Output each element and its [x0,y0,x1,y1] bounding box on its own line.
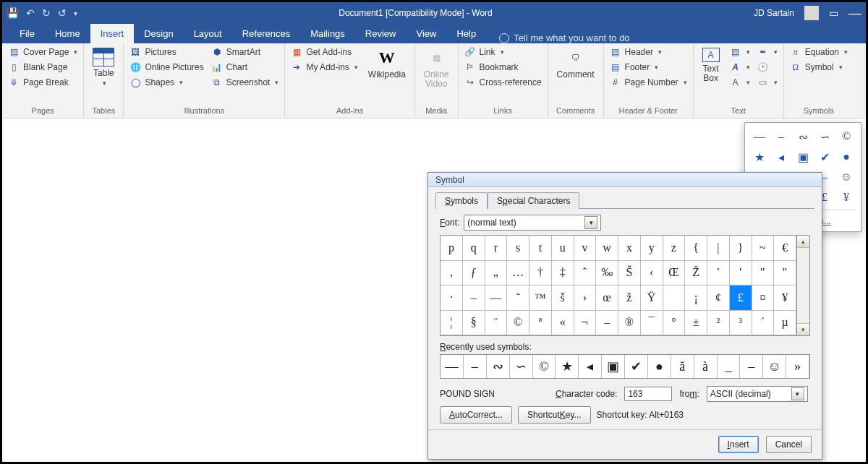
symbol-cell[interactable]: ¯ [641,311,663,336]
gallery-symbol[interactable]: ● [836,147,856,166]
cover-page-button[interactable]: ▤Cover Page▾ [8,46,77,58]
from-combo-dropdown-icon[interactable]: ▾ [791,387,804,400]
undo-icon[interactable]: ↶ [26,7,35,19]
gallery-symbol[interactable]: ▣ [793,147,813,166]
symbol-cell[interactable]: › [574,285,597,311]
tab-references[interactable]: References [232,24,300,43]
symbol-cell[interactable]: — [485,285,508,311]
footer-button[interactable]: ▤Footer▾ [610,61,687,73]
gallery-symbol[interactable]: — [749,127,770,146]
user-avatar-icon[interactable] [804,6,819,20]
symbol-cell[interactable]: ' [707,261,730,286]
gallery-symbol[interactable]: – [771,127,791,146]
symbol-cell[interactable]: … [507,261,529,286]
symbol-cell[interactable]: x [618,236,641,261]
symbol-cell[interactable]: ˆ [574,261,597,286]
symbol-cell[interactable]: ‰ [596,261,618,286]
symbol-cell[interactable]: s [507,236,529,261]
symbol-cell[interactable]: } [730,236,752,261]
symbol-cell[interactable]: ‹ [641,261,663,286]
recent-symbol[interactable]: ★ [556,355,579,378]
scroll-down-icon[interactable]: ▾ [797,323,809,335]
touch-mode-icon[interactable]: ↺ [58,7,67,19]
tab-layout[interactable]: Layout [184,24,232,43]
symbol-cell[interactable]: v [574,236,597,261]
scroll-up-icon[interactable]: ▴ [797,236,809,248]
symbol-cell[interactable]: ® [618,311,641,336]
table-button[interactable]: Table▾ [90,46,117,90]
tab-design[interactable]: Design [134,24,183,43]
symbol-cell[interactable]: ¦ [441,311,463,336]
symbol-cell[interactable]: y [641,236,663,261]
gallery-symbol[interactable]: ¥ [836,188,856,207]
symbol-cell[interactable]: © [507,311,529,336]
symbol-cell[interactable]: · [441,285,463,311]
tab-help[interactable]: Help [446,24,486,43]
symbol-cell[interactable]: Ÿ [641,285,663,311]
from-combo[interactable]: ASCII (decimal) ▾ [707,386,808,402]
cross-reference-button[interactable]: ↪Cross-reference [464,77,542,88]
symbol-cell[interactable]: Œ [663,261,686,286]
recent-symbol[interactable]: ∾ [487,355,510,378]
recent-symbol[interactable]: © [533,355,556,378]
text-box-button[interactable]: A Text Box [699,46,723,85]
drop-cap-button[interactable]: A▾ [730,77,750,88]
tab-special-characters[interactable]: Special Characters [488,192,579,209]
symbol-cell[interactable]: – [463,285,485,311]
symbol-cell[interactable]: ' [730,261,752,286]
comment-button[interactable]: 🗨 Comment [554,46,597,81]
recent-symbol[interactable]: à [694,355,718,378]
header-button[interactable]: ▤Header▾ [610,46,687,58]
get-addins-button[interactable]: ▦Get Add-ins [291,46,357,58]
symbol-cell[interactable]: ž [618,285,641,311]
autocorrect-button[interactable]: AutoCorrect... [440,406,512,424]
symbol-cell[interactable]: { [685,236,707,261]
symbol-cell[interactable]: Ž [685,261,707,286]
screenshot-button[interactable]: ⧉Screenshot▾ [211,77,279,88]
gallery-symbol[interactable]: ✔ [814,147,835,166]
recent-symbol[interactable]: » [786,355,809,378]
symbol-cell[interactable]: " [752,261,775,286]
symbol-cell[interactable]: ³ [730,311,752,336]
pictures-button[interactable]: 🖼Pictures [129,46,203,58]
tab-insert[interactable]: Insert [90,24,135,43]
symbol-cell[interactable]: t [529,236,552,261]
gallery-symbol[interactable]: ∽ [814,127,835,146]
symbol-grid-scrollbar[interactable]: ▴ ▾ [797,235,810,336]
save-icon[interactable]: 💾 [7,7,19,19]
char-code-input[interactable]: 163 [624,387,672,401]
symbol-cell[interactable]: ¥ [774,285,796,311]
symbol-cell[interactable]: q [463,236,485,261]
ribbon-options-icon[interactable]: ▭ [829,7,838,19]
recent-symbol[interactable]: – [464,355,487,378]
symbol-cell[interactable]: , [441,261,463,286]
recent-symbol[interactable]: _ [718,355,741,378]
symbol-cell[interactable]: ~ [752,236,775,261]
symbol-button[interactable]: ΩSymbol▾ [790,61,848,73]
recent-symbol[interactable]: ∽ [510,355,533,378]
equation-button[interactable]: πEquation▾ [790,46,848,58]
symbol-cell[interactable]: ¢ [707,285,730,311]
symbol-cell[interactable]: ‡ [552,261,574,286]
gallery-symbol[interactable]: ★ [749,147,770,166]
font-combo-dropdown-icon[interactable]: ▾ [584,216,597,229]
recent-symbol[interactable]: ◂ [579,355,602,378]
page-break-button[interactable]: ⤋Page Break [8,77,77,88]
my-addins-button[interactable]: ➜My Add-ins▾ [291,61,357,73]
chart-button[interactable]: 📊Chart [211,61,279,73]
tab-mailings[interactable]: Mailings [300,24,355,43]
wikipedia-button[interactable]: W Wikipedia [365,46,409,81]
recent-symbol[interactable]: – [740,355,763,378]
symbol-cell[interactable]: § [463,311,485,336]
symbol-cell[interactable]: z [663,236,686,261]
symbol-cell[interactable]: « [552,311,574,336]
recent-symbol[interactable]: — [441,355,464,378]
gallery-symbol[interactable]: ☺ [836,168,856,186]
date-time-button[interactable]: 🕑 [757,61,778,73]
cancel-button[interactable]: Cancel [766,436,812,453]
symbol-cell[interactable]: r [485,236,508,261]
symbol-cell[interactable]: ¬ [574,311,597,336]
symbol-cell[interactable]: € [774,236,796,261]
font-combo[interactable]: (normal text) ▾ [464,215,601,231]
tab-review[interactable]: Review [355,24,407,43]
